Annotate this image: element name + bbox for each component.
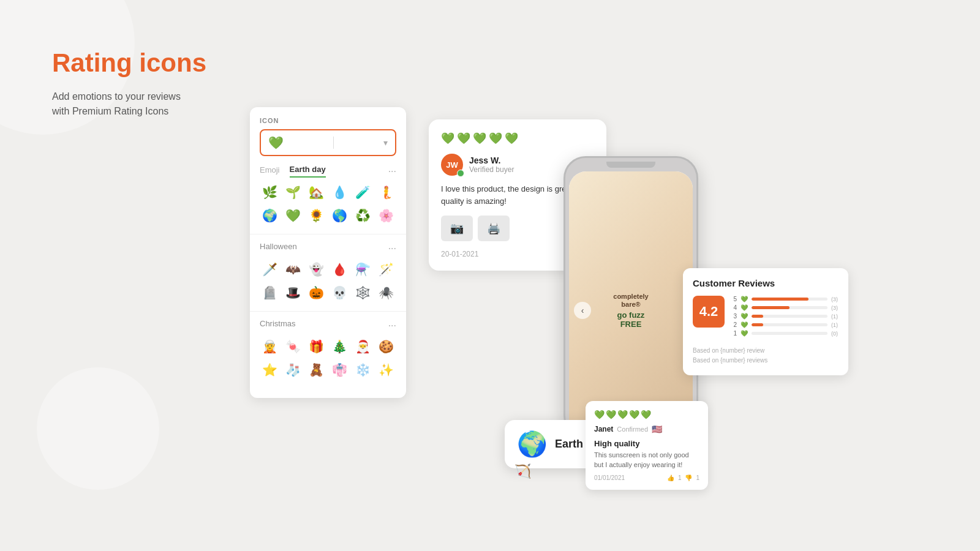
bar-label-3: 3 bbox=[732, 313, 737, 320]
icon-cell[interactable]: 🦇 bbox=[283, 260, 303, 279]
bg-decoration-2 bbox=[37, 367, 159, 490]
small-star-3: 💚 bbox=[617, 410, 628, 419]
icon-cell[interactable]: 🧜 bbox=[377, 182, 396, 202]
tab-earth-day[interactable]: Earth day bbox=[290, 165, 326, 178]
icon-cell[interactable]: ❄️ bbox=[353, 360, 373, 380]
bar-track-4 bbox=[752, 306, 827, 309]
product-brand-text: completelybare® bbox=[613, 293, 648, 309]
icon-cell[interactable]: 👻 bbox=[306, 260, 326, 279]
icon-panel-label: ICON bbox=[260, 117, 396, 124]
thumbs-up-count: 1 bbox=[678, 474, 682, 481]
small-review-date: 01/01/2021 bbox=[594, 474, 625, 481]
icon-cell[interactable]: 🗡️ bbox=[260, 260, 279, 279]
icon-cell[interactable]: 🕸️ bbox=[353, 283, 373, 302]
icon-cell[interactable]: 🧝 bbox=[260, 337, 279, 356]
halloween-more-icon[interactable]: ··· bbox=[388, 243, 396, 254]
bar-heart-3: 💚 bbox=[741, 313, 748, 320]
icon-cell[interactable]: 🧦 bbox=[283, 360, 303, 380]
icon-cell[interactable]: 🎁 bbox=[306, 337, 326, 356]
halloween-header: Halloween ··· bbox=[260, 242, 396, 255]
bar-row-3: 3 💚 (1) bbox=[732, 313, 839, 320]
reviewer-name: Jess W. bbox=[469, 156, 514, 165]
icon-cell[interactable]: 👘 bbox=[330, 360, 350, 380]
bar-track-5 bbox=[752, 298, 827, 301]
customer-reviews-summary: 4.2 5 💚 (3) 4 💚 (3) 3 💚 bbox=[693, 296, 839, 339]
reviewer-details: Jess W. Verified buyer bbox=[469, 156, 514, 174]
bar-heart-2: 💚 bbox=[741, 321, 748, 328]
icon-cell[interactable]: 🌱 bbox=[283, 182, 303, 202]
review-image-2[interactable]: 🖨️ bbox=[478, 216, 510, 241]
subtitle-line1: Add emotions to your reviews bbox=[52, 91, 181, 102]
icon-cell[interactable]: 💚 bbox=[283, 206, 303, 225]
earth-day-category: Emoji Earth day ··· 🌿 🌱 🏡 💧 🧪 🧜 🌍 💚 🌻 🌎 … bbox=[260, 165, 396, 225]
icon-cell[interactable]: 🌸 bbox=[377, 206, 396, 225]
bar-label-1: 1 bbox=[732, 330, 737, 337]
phone-mockup: completelybare® go fuzzFREE ‹ bbox=[564, 156, 698, 438]
icon-cell[interactable]: 🩸 bbox=[330, 260, 350, 279]
icon-cell[interactable]: 🌿 bbox=[260, 182, 279, 202]
small-review-stars: 💚 💚 💚 💚 💚 bbox=[594, 410, 699, 419]
star-4: 💚 bbox=[489, 132, 502, 145]
small-review-title: High quality bbox=[594, 439, 699, 448]
product-tagline: go fuzzFREE bbox=[613, 311, 648, 329]
tab-more-icon[interactable]: ··· bbox=[388, 166, 396, 177]
icon-cell[interactable]: 🕷️ bbox=[377, 283, 396, 302]
icon-cell[interactable]: 🍪 bbox=[377, 337, 396, 356]
customer-reviews-bars: 5 💚 (3) 4 💚 (3) 3 💚 bbox=[732, 296, 839, 339]
section-divider-1 bbox=[250, 234, 406, 234]
bar-fill-3 bbox=[752, 315, 763, 318]
icon-dropdown[interactable]: 💚 ▾ bbox=[260, 129, 396, 156]
icon-cell[interactable]: 🍬 bbox=[283, 337, 303, 356]
bar-row-1: 1 💚 (0) bbox=[732, 330, 839, 337]
icon-cell[interactable]: ♻️ bbox=[353, 206, 373, 225]
icon-tabs: Emoji Earth day bbox=[260, 165, 326, 178]
flag-icon: 🇺🇸 bbox=[652, 424, 662, 434]
icon-cell[interactable]: 🎩 bbox=[283, 283, 303, 302]
small-reviewer-tag: Confirmed bbox=[617, 425, 648, 433]
phone-product-image: completelybare® go fuzzFREE ‹ bbox=[569, 171, 693, 438]
bar-fill-5 bbox=[752, 298, 809, 301]
bar-count-4: (3) bbox=[831, 305, 839, 311]
page-title: Rating icons bbox=[52, 49, 206, 77]
icon-cell[interactable]: 🧸 bbox=[306, 360, 326, 380]
selected-icon: 💚 bbox=[268, 135, 283, 150]
icon-cell[interactable]: 🌻 bbox=[306, 206, 326, 225]
small-review-text: This sunscreen is not only good but I ac… bbox=[594, 451, 699, 470]
star-5: 💚 bbox=[505, 132, 518, 145]
icon-cell[interactable]: 💧 bbox=[330, 182, 350, 202]
icon-cell[interactable]: 🏡 bbox=[306, 182, 326, 202]
customer-reviews-score: 4.2 bbox=[693, 296, 725, 328]
small-star-2: 💚 bbox=[606, 410, 616, 419]
icon-cell[interactable]: 🪄 bbox=[377, 260, 396, 279]
thumbs-down-count: 1 bbox=[696, 474, 699, 481]
icon-cell[interactable]: 💀 bbox=[330, 283, 350, 302]
phone-prev-arrow[interactable]: ‹ bbox=[574, 302, 591, 319]
thumbs-up-icon[interactable]: 👍 bbox=[667, 474, 674, 481]
page-subtitle: Add emotions to your reviews with Premiu… bbox=[52, 89, 206, 119]
christmas-icon-grid: 🧝 🍬 🎁 🎄 🎅 🍪 ⭐ 🧦 🧸 👘 ❄️ ✨ bbox=[260, 337, 396, 380]
bar-count-1: (0) bbox=[831, 331, 839, 337]
icon-cell[interactable]: 🌍 bbox=[260, 206, 279, 225]
customer-reviews-title: Customer Reviews bbox=[693, 278, 839, 288]
icon-cell[interactable]: ✨ bbox=[377, 360, 396, 380]
tooltip-arrow-icon: 🏹 bbox=[514, 463, 531, 479]
tab-emoji[interactable]: Emoji bbox=[260, 165, 280, 177]
icon-cell[interactable]: 🪦 bbox=[260, 283, 279, 302]
icon-cell[interactable]: 🎅 bbox=[353, 337, 373, 356]
bar-count-5: (3) bbox=[831, 296, 839, 302]
icon-cell[interactable]: 🧪 bbox=[353, 182, 373, 202]
review-image-1[interactable]: 📷 bbox=[441, 216, 473, 241]
bar-count-2: (1) bbox=[831, 322, 839, 328]
christmas-category-title: Christmas bbox=[260, 319, 296, 332]
icon-cell[interactable]: ⭐ bbox=[260, 360, 279, 380]
thumbs-down-icon[interactable]: 👎 bbox=[685, 474, 692, 481]
icon-cell[interactable]: ⚗️ bbox=[353, 260, 373, 279]
icon-cell[interactable]: 🎃 bbox=[306, 283, 326, 302]
earth-day-icon-grid: 🌿 🌱 🏡 💧 🧪 🧜 🌍 💚 🌻 🌎 ♻️ 🌸 bbox=[260, 182, 396, 225]
review-stars: 💚 💚 💚 💚 💚 bbox=[441, 132, 594, 145]
icon-cell[interactable]: 🌎 bbox=[330, 206, 350, 225]
reviewer-tag: Verified buyer bbox=[469, 165, 514, 174]
icon-cell[interactable]: 🎄 bbox=[330, 337, 350, 356]
avatar: JW bbox=[441, 154, 463, 176]
christmas-more-icon[interactable]: ··· bbox=[388, 320, 396, 331]
